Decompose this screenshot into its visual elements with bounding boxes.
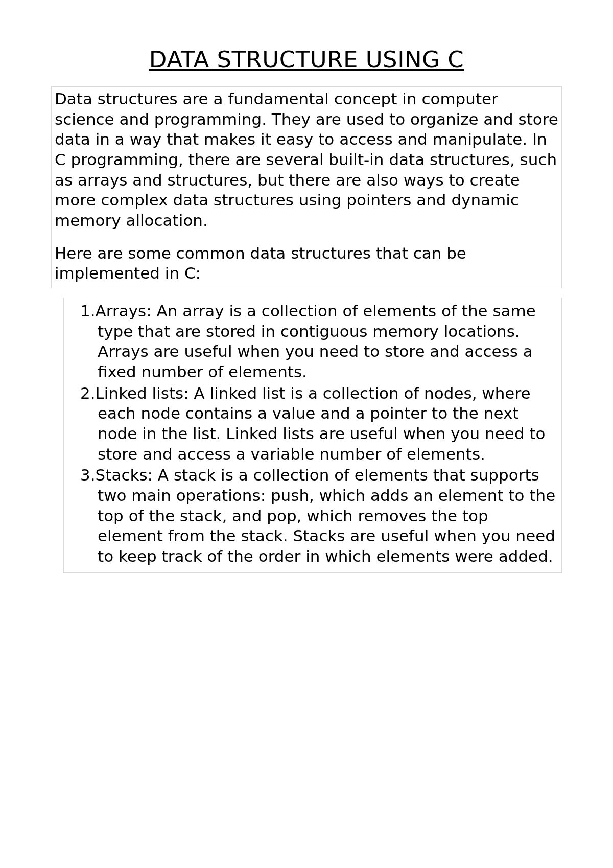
data-structure-list: Arrays: An array is a collection of elem…	[68, 301, 557, 567]
list-section: Arrays: An array is a collection of elem…	[63, 298, 562, 573]
list-item: Arrays: An array is a collection of elem…	[68, 301, 557, 382]
list-item: Stacks: A stack is a collection of eleme…	[68, 465, 557, 566]
document-title: DATA STRUCTURE USING C	[51, 46, 562, 73]
intro-paragraph-1: Data structures are a fundamental concep…	[55, 89, 558, 231]
list-item: Linked lists: A linked list is a collect…	[68, 383, 557, 465]
intro-paragraph-2: Here are some common data structures tha…	[55, 243, 558, 284]
intro-section: Data structures are a fundamental concep…	[51, 86, 562, 288]
